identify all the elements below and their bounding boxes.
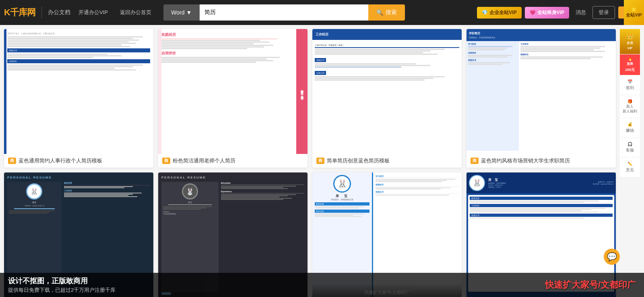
sidebar-gift[interactable]: 🎁 新人 新人福利 — [620, 95, 640, 118]
card-2[interactable]: 求职意向/大学老师 实践经历 自我评价 — [158, 29, 308, 168]
bottom-banner-left: 设计不抠图，正版敢商用 提供每日免费下载，已超过2千万用户注册千库 — [8, 276, 116, 294]
card-1-preview: 2014.07-至今 上海合洁科技有限公司 人事行政主管 技能证书 — [4, 29, 153, 154]
logo[interactable]: K千库网 — [4, 6, 35, 19]
card-1[interactable]: 2014.07-至今 上海合洁科技有限公司 人事行政主管 技能证书 — [4, 29, 153, 168]
card-2-preview: 求职意向/大学老师 实践经历 自我评价 — [158, 29, 308, 154]
enterprise-vip-button[interactable]: 💎 企业全站VIP — [477, 7, 521, 19]
vip-side-button[interactable]: ⭐ 全站VIP — [624, 0, 644, 25]
banner-text-2: 提供每日免费下载，已超过2千万用户注册千库 — [8, 287, 116, 294]
main-content: 2014.07-至今 上海合洁科技有限公司 人事行政主管 技能证书 — [0, 25, 644, 297]
search-button[interactable]: 🔍 搜索 — [368, 4, 405, 21]
sidebar-feedback[interactable]: ✏️ 意见 — [620, 158, 640, 177]
card-3-badge: 商 — [316, 158, 324, 164]
bottom-banner-watermark: 快速扩大家号/文都印广 — [545, 279, 636, 291]
header-divider — [41, 6, 42, 19]
sidebar-discount[interactable]: 🔥 直降 100元 — [620, 54, 640, 75]
money-icon: 💰 — [627, 122, 632, 127]
chat-icon: 💬 — [607, 252, 617, 262]
chat-bubble[interactable]: 💬 — [604, 249, 620, 265]
sidebar-customer-service[interactable]: 🎧 客服 — [620, 138, 640, 158]
star-icon: ⭐ — [631, 7, 637, 12]
search-bar: Word ▼ 🔍 搜索 — [163, 4, 405, 21]
open-vip-button[interactable]: 开通办公VIP — [74, 7, 112, 18]
card-2-badge: 商 — [162, 158, 170, 164]
all-vip-button[interactable]: 💗 全站终身VIP — [525, 7, 569, 19]
card-3-title: 简单简历创意蓝色简历模板 — [327, 157, 458, 164]
headset-icon: 🎧 — [627, 142, 632, 146]
card-3-footer: 商 简单简历创意蓝色简历模板 — [312, 154, 462, 168]
card-4-preview: 求职简历 应聘岗位：市场营销/销售岗位 学习经历 自我评价 — [466, 29, 616, 154]
card-2-title: 粉色简洁通用老师个人简历 — [173, 157, 303, 164]
card-3[interactable]: 工作经历 上海千库大学 市场管理（本科） 技能证书 — [312, 29, 462, 168]
logo-k: K — [4, 7, 10, 17]
banner-text-1: 设计不抠图，正版敢商用 — [8, 276, 116, 286]
search-icon: 🔍 — [376, 9, 383, 16]
office-docs-label: 办公文档 — [48, 9, 70, 16]
messages-button[interactable]: 消息 — [572, 7, 589, 18]
diamond-icon: 💎 — [482, 10, 488, 15]
card-1-title: 蓝色通用简约人事行政个人简历模板 — [19, 157, 149, 164]
right-sidebar: 👑 企业 VIP 🔥 直降 100元 📅 签到 🎁 新人 新人福利 💰 赚钱 🎧 — [620, 29, 640, 297]
card-4-badge: 商 — [471, 158, 479, 164]
signin-icon: 📅 — [627, 79, 632, 84]
card-4-footer: 商 蓝色简约风格市场营销大学生求职简历 — [466, 154, 616, 168]
card-grid: 2014.07-至今 上海合洁科技有限公司 人事行政主管 技能证书 — [4, 29, 616, 297]
back-home-button[interactable]: 返回办公首页 — [116, 7, 155, 18]
sidebar-earn[interactable]: 💰 赚钱 — [620, 118, 640, 138]
header: K千库网 办公文档 开通办公VIP 返回办公首页 Word ▼ 🔍 搜索 💎 企… — [0, 0, 644, 25]
sidebar-signin[interactable]: 📅 签到 — [620, 75, 640, 95]
card-1-badge: 商 — [8, 158, 16, 164]
sidebar-enterprise-vip[interactable]: 👑 企业 VIP — [620, 29, 640, 54]
header-right: 💎 企业全站VIP 💗 全站终身VIP 消息 登录 注册 — [477, 6, 640, 19]
search-type-dropdown[interactable]: Word ▼ — [163, 4, 200, 21]
card-4[interactable]: 求职简历 应聘岗位：市场营销/销售岗位 学习经历 自我评价 — [466, 29, 616, 168]
card-2-footer: 商 粉色简洁通用老师个人简历 — [158, 154, 308, 168]
vip-crown-icon: 👑 — [627, 33, 634, 39]
pencil-icon: ✏️ — [627, 162, 632, 166]
chevron-down-icon: ▼ — [186, 9, 192, 16]
card-1-footer: 商 蓝色通用简约人事行政个人简历模板 — [4, 154, 153, 168]
login-button[interactable]: 登录 — [592, 6, 615, 19]
card-3-preview: 工作经历 上海千库大学 市场管理（本科） 技能证书 — [312, 29, 462, 154]
bottom-banner: 设计不抠图，正版敢商用 提供每日免费下载，已超过2千万用户注册千库 快速扩大家号… — [0, 273, 644, 297]
search-input[interactable] — [200, 4, 368, 21]
gift-icon: 🎁 — [627, 99, 632, 104]
card-4-title: 蓝色简约风格市场营销大学生求职简历 — [481, 157, 612, 164]
discount-icon: 🔥 — [628, 57, 632, 61]
heart-icon: 💗 — [530, 10, 536, 15]
